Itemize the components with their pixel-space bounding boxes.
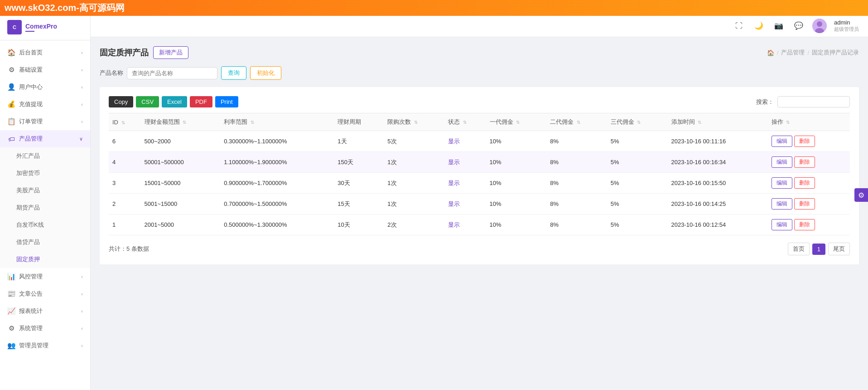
sidebar-item-admin-label: 管理员管理 — [19, 341, 48, 350]
settings-widget[interactable]: ⚙ — [854, 188, 868, 202]
edit-button[interactable]: 编辑 — [772, 177, 792, 189]
cell-status: 显示 — [444, 214, 486, 235]
search-input[interactable] — [127, 67, 217, 79]
products-submenu: 外汇产品 加密货币 美股产品 期货产品 自发币K线 借贷产品 固定质押 — [0, 147, 90, 268]
col-amount-range[interactable]: 理财金额范围 ⇅ — [141, 113, 221, 131]
col-commission3[interactable]: 三代佣金 ⇅ — [607, 113, 668, 131]
sidebar-item-recharge[interactable]: 💰 充值提现 ‹ — [0, 96, 90, 113]
sidebar-item-basic-settings[interactable]: ⚙ 基础设置 ‹ — [0, 61, 90, 78]
table-search-input[interactable] — [777, 96, 850, 107]
cell-status: 显示 — [444, 173, 486, 194]
sort-icon-time: ⇅ — [698, 120, 701, 125]
pdf-button[interactable]: PDF — [190, 96, 212, 107]
col-status[interactable]: 状态 ⇅ — [444, 113, 486, 131]
sidebar-item-us-stocks[interactable]: 美股产品 — [0, 182, 90, 199]
cell-commission2: 8% — [546, 194, 607, 214]
col-add-time[interactable]: 添加时间 ⇅ — [668, 113, 768, 131]
sidebar-item-forex[interactable]: 外汇产品 — [0, 147, 90, 165]
sidebar-item-risk-label: 风控管理 — [19, 273, 43, 281]
col-commission2[interactable]: 二代佣金 ⇅ — [546, 113, 607, 131]
last-page-button[interactable]: 尾页 — [828, 243, 850, 255]
query-button[interactable]: 查询 — [221, 66, 246, 80]
delete-button[interactable]: 删除 — [794, 219, 815, 230]
cell-period: 1天 — [334, 131, 384, 152]
toolbar-left: Copy CSV Excel PDF Print — [109, 96, 238, 107]
system-icon: ⚙ — [7, 324, 15, 332]
first-page-button[interactable]: 首页 — [788, 243, 810, 255]
copy-button[interactable]: Copy — [109, 96, 133, 107]
article-icon: 📰 — [7, 290, 15, 298]
delete-button[interactable]: 删除 — [794, 177, 815, 189]
col-period[interactable]: 理财周期 — [334, 113, 384, 131]
edit-button[interactable]: 编辑 — [772, 136, 792, 147]
reset-button[interactable]: 初始化 — [250, 66, 281, 80]
risk-icon: 📊 — [7, 273, 15, 281]
sidebar-item-crypto[interactable]: 加密货币 — [0, 165, 90, 182]
sidebar-item-article[interactable]: 📰 文章公告 ‹ — [0, 285, 90, 302]
sort-icon-rate: ⇅ — [251, 120, 254, 125]
cell-amount-range: 2001~5000 — [141, 214, 221, 235]
sidebar-item-user-center[interactable]: 👤 用户中心 ‹ — [0, 78, 90, 96]
sidebar-item-futures[interactable]: 期货产品 — [0, 199, 90, 216]
products-icon: 🏷 — [7, 135, 15, 143]
sidebar-item-loan-label: 借贷产品 — [16, 238, 40, 246]
cell-commission1: 10% — [486, 152, 547, 173]
fullscreen-icon[interactable]: ⛶ — [733, 20, 745, 32]
cell-commission1: 10% — [486, 214, 547, 235]
cell-rate-range: 0.500000%~1.300000% — [220, 214, 334, 235]
cell-action: 编辑 删除 — [768, 194, 850, 214]
sidebar-item-reports[interactable]: 📈 报表统计 ‹ — [0, 302, 90, 320]
add-product-button[interactable]: 新增产品 — [153, 46, 188, 59]
sidebar-item-admin[interactable]: 👥 管理员管理 ‹ — [0, 337, 90, 354]
cell-period: 150天 — [334, 152, 384, 173]
sidebar-item-risk[interactable]: 📊 风控管理 ‹ — [0, 268, 90, 285]
total-count: 共计：5 条数据 — [109, 245, 149, 253]
theme-icon[interactable]: 🌙 — [752, 20, 765, 32]
avatar[interactable] — [812, 19, 827, 33]
csv-button[interactable]: CSV — [136, 96, 159, 107]
breadcrumb-home-icon[interactable]: 🏠 — [767, 49, 774, 56]
message-icon[interactable]: 💬 — [792, 20, 805, 32]
cell-amount-range: 5001~15000 — [141, 194, 221, 214]
cell-limit: 5次 — [384, 131, 444, 152]
excel-button[interactable]: Excel — [162, 96, 187, 107]
breadcrumb: 🏠 / 产品管理 / 固定质押产品记录 — [767, 49, 859, 57]
edit-button[interactable]: 编辑 — [772, 198, 792, 210]
delete-button[interactable]: 删除 — [794, 136, 815, 147]
sidebar-item-kline[interactable]: 自发币K线 — [0, 216, 90, 234]
breadcrumb-product-management: 产品管理 — [781, 49, 805, 57]
user-icon: 👤 — [7, 83, 15, 91]
sidebar-item-basic-settings-label: 基础设置 — [19, 66, 43, 74]
print-button[interactable]: Print — [215, 96, 238, 107]
toolbar-right: 搜索： — [756, 96, 850, 107]
sidebar-item-products[interactable]: 🏷 产品管理 ∨ — [0, 130, 90, 147]
reports-icon: 📈 — [7, 307, 15, 315]
sidebar-item-home[interactable]: 🏠 后台首页 ‹ — [0, 44, 90, 61]
delete-button[interactable]: 删除 — [794, 156, 815, 168]
camera-icon[interactable]: 📷 — [772, 20, 785, 32]
edit-button[interactable]: 编辑 — [772, 156, 792, 168]
sidebar-item-orders-label: 订单管理 — [19, 117, 43, 126]
cell-action: 编辑 删除 — [768, 131, 850, 152]
col-action[interactable]: 操作 ⇅ — [768, 113, 850, 131]
page-1-button[interactable]: 1 — [812, 244, 825, 255]
col-id[interactable]: ID ⇅ — [109, 113, 141, 131]
edit-button[interactable]: 编辑 — [772, 219, 792, 230]
col-commission1[interactable]: 一代佣金 ⇅ — [486, 113, 547, 131]
gear-icon: ⚙ — [858, 191, 864, 200]
page-title-area: 固定质押产品 新增产品 — [100, 46, 188, 59]
cell-status: 显示 — [444, 194, 486, 214]
sidebar-item-system[interactable]: ⚙ 系统管理 ‹ — [0, 320, 90, 337]
sidebar-item-fixed[interactable]: 固定质押 — [0, 251, 90, 268]
header-role: 超级管理员 — [834, 26, 859, 33]
sidebar-item-loan[interactable]: 借贷产品 — [0, 234, 90, 251]
col-rate-range[interactable]: 利率范围 ⇅ — [220, 113, 334, 131]
table-row: 2 5001~15000 0.700000%~1.500000% 15天 1次 … — [109, 194, 850, 214]
cell-commission3: 5% — [607, 152, 668, 173]
cell-commission2: 8% — [546, 214, 607, 235]
sidebar-item-orders[interactable]: 📋 订单管理 ‹ — [0, 113, 90, 130]
cell-rate-range: 1.100000%~1.900000% — [220, 152, 334, 173]
sidebar-logo: C ComexPro — [0, 15, 90, 40]
delete-button[interactable]: 删除 — [794, 198, 815, 210]
col-limit[interactable]: 限购次数 ⇅ — [384, 113, 444, 131]
